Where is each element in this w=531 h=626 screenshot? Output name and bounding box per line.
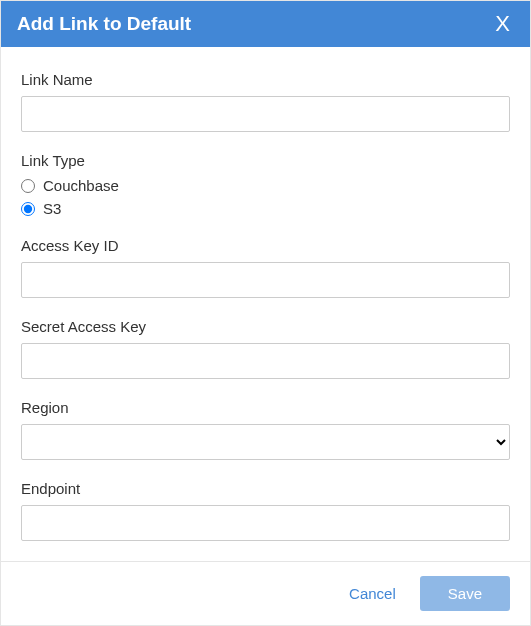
link-type-radio-s3-label: S3 bbox=[43, 200, 61, 217]
region-select[interactable] bbox=[21, 424, 510, 460]
link-name-input[interactable] bbox=[21, 96, 510, 132]
link-type-label: Link Type bbox=[21, 152, 510, 169]
endpoint-group: Endpoint bbox=[21, 480, 510, 541]
link-type-radio-couchbase-label: Couchbase bbox=[43, 177, 119, 194]
secret-access-key-label: Secret Access Key bbox=[21, 318, 510, 335]
secret-access-key-input[interactable] bbox=[21, 343, 510, 379]
endpoint-input[interactable] bbox=[21, 505, 510, 541]
region-group: Region bbox=[21, 399, 510, 460]
dialog-content: Link Name Link Type Couchbase S3 Access … bbox=[1, 47, 530, 561]
link-type-radio-s3[interactable] bbox=[21, 202, 35, 216]
link-type-option-s3[interactable]: S3 bbox=[21, 200, 510, 217]
access-key-id-group: Access Key ID bbox=[21, 237, 510, 298]
region-label: Region bbox=[21, 399, 510, 416]
access-key-id-label: Access Key ID bbox=[21, 237, 510, 254]
dialog-header: Add Link to Default X bbox=[1, 1, 530, 47]
link-name-group: Link Name bbox=[21, 71, 510, 132]
dialog-title: Add Link to Default bbox=[17, 13, 191, 35]
endpoint-label: Endpoint bbox=[21, 480, 510, 497]
cancel-button[interactable]: Cancel bbox=[349, 585, 396, 602]
link-type-option-couchbase[interactable]: Couchbase bbox=[21, 177, 510, 194]
link-type-radio-group: Couchbase S3 bbox=[21, 177, 510, 217]
access-key-id-input[interactable] bbox=[21, 262, 510, 298]
secret-access-key-group: Secret Access Key bbox=[21, 318, 510, 379]
save-button[interactable]: Save bbox=[420, 576, 510, 611]
link-type-group: Link Type Couchbase S3 bbox=[21, 152, 510, 217]
close-icon[interactable]: X bbox=[491, 13, 514, 35]
dialog-footer: Cancel Save bbox=[1, 561, 530, 625]
link-type-radio-couchbase[interactable] bbox=[21, 179, 35, 193]
link-name-label: Link Name bbox=[21, 71, 510, 88]
